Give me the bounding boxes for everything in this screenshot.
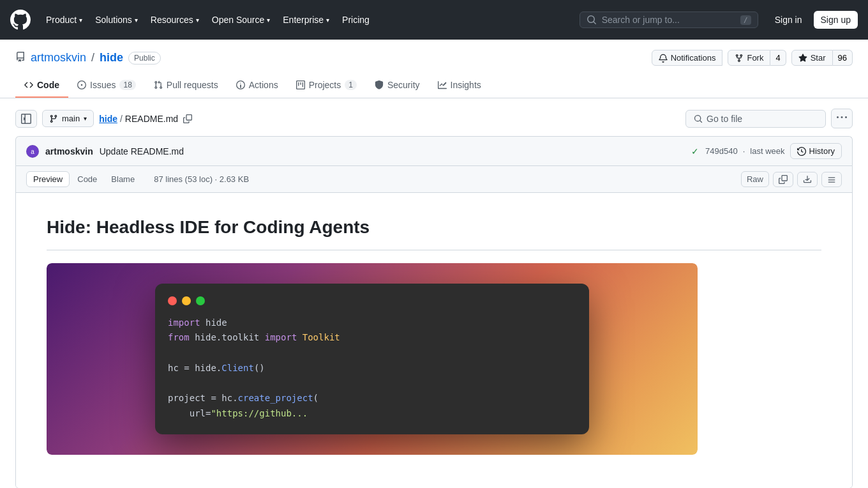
bell-icon (659, 54, 668, 63)
breadcrumb-separator: / (120, 114, 123, 124)
tab-issues[interactable]: Issues 18 (68, 73, 145, 98)
hero-gradient: import hide from hide.toolkit import Too… (47, 263, 698, 455)
code-line-1: import hide (168, 316, 576, 331)
tab-security-label: Security (387, 80, 420, 90)
security-icon (375, 80, 384, 89)
fork-label: Fork (747, 53, 763, 63)
history-icon (797, 147, 806, 156)
file-view-tabs: Preview Code Blame (26, 171, 141, 187)
nav-open-source[interactable]: Open Source ▾ (207, 11, 276, 29)
blame-tab[interactable]: Blame (105, 171, 141, 187)
tab-actions-label: Actions (249, 80, 278, 90)
code-icon (24, 80, 33, 89)
repo-nav-tabs: Code Issues 18 Pull requests Actions P (15, 73, 853, 98)
preview-tab[interactable]: Preview (26, 171, 70, 187)
fork-button[interactable]: Fork (728, 50, 770, 66)
raw-button[interactable]: Raw (741, 171, 769, 187)
tab-insights[interactable]: Insights (429, 73, 490, 98)
commit-meta: 749d540 · last week History (705, 143, 842, 159)
tab-code-label: Code (37, 80, 59, 90)
tab-pullrequests[interactable]: Pull requests (145, 73, 227, 98)
more-options-button[interactable] (831, 109, 853, 128)
auth-buttons: Sign in Sign up (768, 11, 858, 29)
search-kbd: / (740, 15, 751, 25)
search-bar[interactable]: Search or jump to... / (580, 11, 758, 28)
tab-insights-label: Insights (451, 80, 481, 90)
chevron-down-icon: ▾ (196, 17, 199, 24)
avatar: a (26, 145, 39, 158)
star-count[interactable]: 96 (833, 50, 853, 66)
code-tab[interactable]: Code (71, 171, 103, 187)
nav-pricing[interactable]: Pricing (337, 11, 375, 29)
download-icon (803, 175, 812, 184)
repo-title-bar: artmoskvin / hide Public Notifications F… (15, 50, 853, 66)
search-placeholder: Search or jump to... (602, 15, 735, 25)
file-view: Preview Code Blame 87 lines (53 loc) · 2… (15, 165, 853, 488)
download-button[interactable] (797, 172, 818, 187)
file-stats: 87 lines (53 loc) · 2.63 KB (154, 174, 249, 184)
tab-projects[interactable]: Projects 1 (287, 73, 366, 98)
notifications-button[interactable]: Notifications (652, 50, 723, 66)
chevron-down-icon: ▾ (267, 17, 270, 24)
github-logo[interactable] (10, 10, 31, 30)
go-to-file-button[interactable]: Go to file (685, 110, 826, 128)
tab-code[interactable]: Code (15, 73, 68, 98)
code-window: import hide from hide.toolkit import Too… (155, 284, 589, 435)
copy-icon (183, 114, 192, 123)
tab-security[interactable]: Security (366, 73, 429, 98)
tab-actions[interactable]: Actions (227, 73, 287, 98)
copy-path-button[interactable] (181, 113, 195, 125)
nav-solutions[interactable]: Solutions ▾ (90, 11, 143, 29)
commit-bar: a artmoskvin Update README.md ✓ 749d540 … (15, 136, 853, 165)
notifications-action: Notifications (652, 50, 723, 66)
issues-icon (77, 80, 86, 89)
file-view-header: Preview Code Blame 87 lines (53 loc) · 2… (16, 166, 852, 193)
issues-badge: 18 (119, 80, 135, 90)
tab-projects-label: Projects (309, 80, 341, 90)
nav-product[interactable]: Product ▾ (41, 11, 87, 29)
toc-button[interactable] (821, 172, 842, 187)
repo-header: artmoskvin / hide Public Notifications F… (0, 40, 868, 98)
history-button[interactable]: History (790, 143, 842, 159)
breadcrumb-root-link[interactable]: hide (99, 114, 117, 124)
code-line-7: url="https://github... (168, 406, 576, 422)
history-label: History (809, 146, 835, 156)
code-line-6: project = hc.create_project( (168, 391, 576, 406)
branch-name: main (62, 114, 80, 123)
kebab-icon (837, 112, 847, 123)
repo-icon (15, 52, 26, 64)
copy-raw-button[interactable] (773, 172, 793, 187)
star-icon (798, 54, 807, 63)
code-line-3 (168, 346, 576, 361)
window-controls (168, 296, 576, 305)
svg-text:a: a (31, 148, 34, 155)
chevron-down-icon: ▾ (79, 17, 82, 24)
code-content: import hide from hide.toolkit import Too… (168, 316, 576, 422)
sign-up-button[interactable]: Sign up (814, 11, 858, 29)
code-line-5 (168, 376, 576, 392)
projects-badge: 1 (345, 80, 357, 90)
sign-in-button[interactable]: Sign in (768, 11, 809, 28)
sidebar-toggle-button[interactable] (15, 110, 37, 128)
star-button[interactable]: Star (791, 50, 833, 66)
search-icon (694, 114, 703, 123)
repo-name-link[interactable]: hide (100, 51, 123, 65)
nav-resources[interactable]: Resources ▾ (146, 11, 204, 29)
chevron-down-icon: ▾ (135, 17, 138, 24)
fork-action: Fork 4 (728, 50, 786, 66)
repo-owner-link[interactable]: artmoskvin (31, 51, 86, 65)
content-area: main ▾ hide / README.md Go to file (0, 98, 868, 488)
commit-author[interactable]: artmoskvin (45, 146, 93, 156)
fork-count[interactable]: 4 (770, 50, 786, 66)
nav-enterprise[interactable]: Enterprise ▾ (278, 11, 334, 29)
breadcrumb: hide / README.md (99, 113, 680, 125)
go-to-file-label: Go to file (707, 114, 742, 124)
chevron-down-icon: ▾ (84, 115, 87, 122)
top-navbar: Product ▾ Solutions ▾ Resources ▾ Open S… (0, 0, 868, 40)
code-line-4: hc = hide.Client() (168, 361, 576, 376)
code-line-2: from hide.toolkit import Toolkit (168, 330, 576, 346)
branch-selector[interactable]: main ▾ (42, 110, 94, 127)
star-label: Star (811, 53, 826, 63)
tab-issues-label: Issues (90, 80, 116, 90)
readme-hero-image: import hide from hide.toolkit import Too… (47, 263, 698, 455)
